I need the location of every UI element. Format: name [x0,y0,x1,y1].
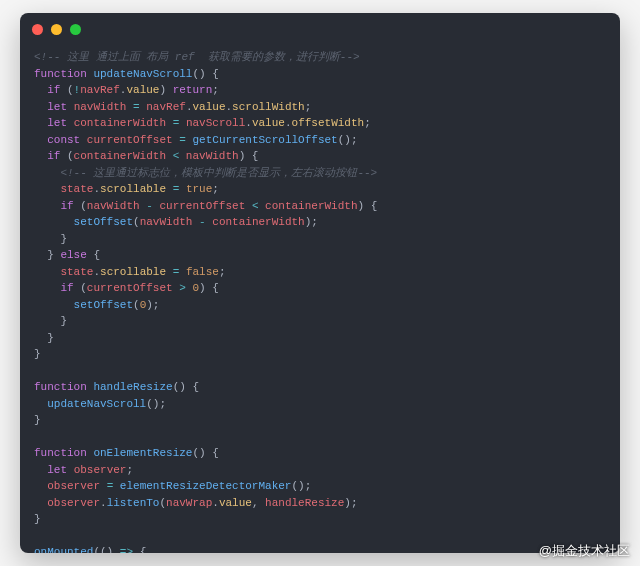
code-token: - [146,200,153,212]
code-token: observer [47,497,100,509]
code-token [67,101,74,113]
code-token: } [34,249,60,261]
minimize-dot-icon[interactable] [51,24,62,35]
code-token: ); [305,216,318,228]
code-token: ( [74,282,87,294]
code-token: ) { [239,150,259,162]
code-token: < [252,200,259,212]
code-token: const [47,134,80,146]
code-token [34,480,47,492]
code-token: state [60,266,93,278]
code-token [34,464,47,476]
code-token [179,183,186,195]
code-token: (); [146,398,166,410]
code-token: if [60,200,73,212]
code-token: } [34,348,41,360]
code-token: navWrap [166,497,212,509]
code-token: onElementResize [93,447,192,459]
code-token: = [179,134,186,146]
code-window: <!-- 这里 通过上面 布局 ref 获取需要的参数，进行判断--> func… [20,13,620,553]
code-token: - [199,216,206,228]
code-token: false [186,266,219,278]
code-token: state [60,183,93,195]
code-token [34,200,60,212]
code-token: updateNavScroll [93,68,192,80]
code-token: navWidth [74,101,127,113]
code-token: ( [133,216,140,228]
code-token: let [47,117,67,129]
code-token: navScroll [186,117,245,129]
code-token: ; [212,183,219,195]
code-token: scrollable [100,183,166,195]
code-token: . [245,117,252,129]
code-token: containerWidth [74,150,166,162]
code-token: offsetWidth [292,117,365,129]
code-token: ) { [199,282,219,294]
code-token: } [34,315,67,327]
code-token: } [34,414,41,426]
code-token: observer [74,464,127,476]
code-token [34,266,60,278]
code-token [100,480,107,492]
code-token: . [100,497,107,509]
code-token: => [120,546,133,553]
code-token [179,266,186,278]
code-token [34,398,47,410]
code-token [245,200,252,212]
code-token: ; [219,266,226,278]
code-token: onMounted [34,546,93,553]
code-token: return [173,84,213,96]
code-token: navRef [146,101,186,113]
code-token: ); [344,497,357,509]
code-token [34,497,47,509]
code-token: ( [74,200,87,212]
code-token: currentOffset [159,200,245,212]
code-token: elementResizeDetectorMaker [120,480,292,492]
code-token: function [34,381,87,393]
code-token: (); [338,134,358,146]
code-token: } [34,233,67,245]
code-token: . [212,497,219,509]
code-token: { [87,249,100,261]
code-token: if [60,282,73,294]
code-token: <!-- 这里通过标志位，模板中判断是否显示，左右滚动按钮--> [60,167,377,179]
code-token: setOffset [74,299,133,311]
code-token: containerWidth [212,216,304,228]
code-token [34,183,60,195]
code-token [34,101,47,113]
code-token: ) { [358,200,378,212]
close-dot-icon[interactable] [32,24,43,35]
code-token: function [34,447,87,459]
window-titlebar [20,13,620,45]
code-token: true [186,183,212,195]
code-token: navWidth [87,200,140,212]
code-token: ; [126,464,133,476]
code-token: (); [291,480,311,492]
code-token: (() [93,546,119,553]
code-token: () { [192,68,218,80]
code-token [67,117,74,129]
code-token: function [34,68,87,80]
code-token [34,117,47,129]
code-token: . [285,117,292,129]
code-token: value [192,101,225,113]
code-token: value [252,117,285,129]
code-token: if [47,84,60,96]
code-token: let [47,101,67,113]
code-token: handleResize [93,381,172,393]
code-token: ); [146,299,159,311]
code-token [113,480,120,492]
code-token: } [34,513,41,525]
code-token [34,282,60,294]
code-token [166,117,173,129]
code-token: { [133,546,146,553]
code-token: if [47,150,60,162]
code-token: ; [212,84,219,96]
code-token [34,216,74,228]
code-token [67,464,74,476]
code-token [166,183,173,195]
code-token: scrollable [100,266,166,278]
code-token: = [133,101,140,113]
code-token: navWidth [186,150,239,162]
maximize-dot-icon[interactable] [70,24,81,35]
